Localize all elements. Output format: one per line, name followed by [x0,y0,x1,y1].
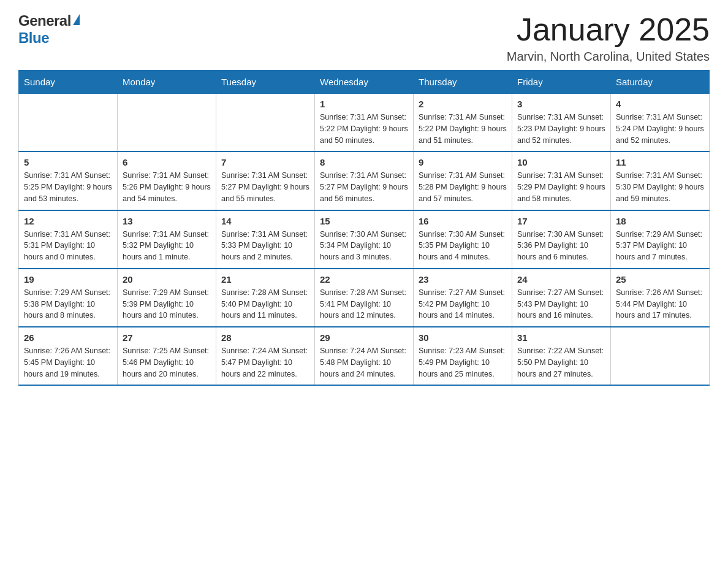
calendar-day-cell: 14Sunrise: 7:31 AM Sunset: 5:33 PM Dayli… [216,210,315,269]
day-number: 6 [123,157,211,167]
day-number: 17 [517,216,605,226]
day-of-week-header: Sunday [19,71,118,94]
day-info: Sunrise: 7:31 AM Sunset: 5:22 PM Dayligh… [419,112,507,146]
calendar-day-cell: 22Sunrise: 7:28 AM Sunset: 5:41 PM Dayli… [315,269,414,327]
day-info: Sunrise: 7:25 AM Sunset: 5:46 PM Dayligh… [123,345,211,380]
day-info: Sunrise: 7:31 AM Sunset: 5:24 PM Dayligh… [616,112,704,146]
calendar-day-cell: 21Sunrise: 7:28 AM Sunset: 5:40 PM Dayli… [216,269,315,327]
day-number: 26 [24,332,112,343]
day-info: Sunrise: 7:29 AM Sunset: 5:37 PM Dayligh… [616,229,704,263]
day-number: 14 [221,216,309,226]
calendar-day-cell: 24Sunrise: 7:27 AM Sunset: 5:43 PM Dayli… [512,269,611,327]
day-number: 8 [320,157,408,167]
day-of-week-header: Thursday [414,71,512,94]
page-header: General Blue January 2025 Marvin, North … [18,12,710,64]
calendar-day-cell: 13Sunrise: 7:31 AM Sunset: 5:32 PM Dayli… [118,210,216,269]
day-info: Sunrise: 7:31 AM Sunset: 5:32 PM Dayligh… [123,229,211,263]
calendar-table: SundayMondayTuesdayWednesdayThursdayFrid… [18,70,710,386]
day-of-week-header: Wednesday [315,71,414,94]
calendar-day-cell: 4Sunrise: 7:31 AM Sunset: 5:24 PM Daylig… [611,94,710,152]
day-number: 4 [616,99,704,109]
day-info: Sunrise: 7:27 AM Sunset: 5:42 PM Dayligh… [419,287,507,321]
day-number: 31 [517,332,605,343]
calendar-day-cell: 26Sunrise: 7:26 AM Sunset: 5:45 PM Dayli… [19,327,118,385]
day-info: Sunrise: 7:31 AM Sunset: 5:28 PM Dayligh… [419,170,507,204]
day-info: Sunrise: 7:29 AM Sunset: 5:39 PM Dayligh… [123,287,211,321]
day-info: Sunrise: 7:31 AM Sunset: 5:33 PM Dayligh… [221,229,309,263]
calendar-day-cell: 7Sunrise: 7:31 AM Sunset: 5:27 PM Daylig… [216,151,315,210]
calendar-day-cell: 11Sunrise: 7:31 AM Sunset: 5:30 PM Dayli… [611,151,710,210]
day-number: 22 [320,274,408,285]
day-info: Sunrise: 7:31 AM Sunset: 5:31 PM Dayligh… [24,229,112,263]
calendar-day-cell: 20Sunrise: 7:29 AM Sunset: 5:39 PM Dayli… [118,269,216,327]
day-info: Sunrise: 7:28 AM Sunset: 5:41 PM Dayligh… [320,287,408,321]
calendar-day-cell: 12Sunrise: 7:31 AM Sunset: 5:31 PM Dayli… [19,210,118,269]
calendar-day-cell [611,327,710,385]
day-info: Sunrise: 7:30 AM Sunset: 5:36 PM Dayligh… [517,229,605,263]
day-number: 11 [616,157,704,167]
calendar-day-cell: 23Sunrise: 7:27 AM Sunset: 5:42 PM Dayli… [414,269,512,327]
logo-blue-text: Blue [18,29,49,47]
calendar-day-cell: 6Sunrise: 7:31 AM Sunset: 5:26 PM Daylig… [118,151,216,210]
title-area: January 2025 Marvin, North Carolina, Uni… [507,12,710,64]
calendar-week-row: 26Sunrise: 7:26 AM Sunset: 5:45 PM Dayli… [19,327,710,385]
day-info: Sunrise: 7:26 AM Sunset: 5:45 PM Dayligh… [24,345,112,380]
day-number: 2 [419,99,507,109]
day-of-week-header: Friday [512,71,611,94]
day-number: 21 [221,274,309,285]
calendar-day-cell: 28Sunrise: 7:24 AM Sunset: 5:47 PM Dayli… [216,327,315,385]
calendar-day-cell: 8Sunrise: 7:31 AM Sunset: 5:27 PM Daylig… [315,151,414,210]
day-number: 18 [616,216,704,226]
calendar-day-cell: 15Sunrise: 7:30 AM Sunset: 5:34 PM Dayli… [315,210,414,269]
calendar-week-row: 12Sunrise: 7:31 AM Sunset: 5:31 PM Dayli… [19,210,710,269]
day-number: 28 [221,332,309,343]
calendar-day-cell: 2Sunrise: 7:31 AM Sunset: 5:22 PM Daylig… [414,94,512,152]
logo-general-text: General [18,12,71,29]
month-title: January 2025 [507,12,710,47]
day-of-week-header: Saturday [611,71,710,94]
day-info: Sunrise: 7:29 AM Sunset: 5:38 PM Dayligh… [24,287,112,321]
day-info: Sunrise: 7:31 AM Sunset: 5:22 PM Dayligh… [320,112,408,146]
day-number: 1 [320,99,408,109]
calendar-day-cell: 16Sunrise: 7:30 AM Sunset: 5:35 PM Dayli… [414,210,512,269]
calendar-week-row: 19Sunrise: 7:29 AM Sunset: 5:38 PM Dayli… [19,269,710,327]
day-info: Sunrise: 7:31 AM Sunset: 5:27 PM Dayligh… [320,170,408,204]
day-info: Sunrise: 7:31 AM Sunset: 5:25 PM Dayligh… [24,170,112,204]
calendar-day-cell: 1Sunrise: 7:31 AM Sunset: 5:22 PM Daylig… [315,94,414,152]
calendar-day-cell: 10Sunrise: 7:31 AM Sunset: 5:29 PM Dayli… [512,151,611,210]
calendar-day-cell: 25Sunrise: 7:26 AM Sunset: 5:44 PM Dayli… [611,269,710,327]
day-number: 13 [123,216,211,226]
day-of-week-header: Tuesday [216,71,315,94]
day-number: 25 [616,274,704,285]
day-info: Sunrise: 7:24 AM Sunset: 5:48 PM Dayligh… [320,345,408,380]
calendar-day-cell [216,94,315,152]
calendar-day-cell: 9Sunrise: 7:31 AM Sunset: 5:28 PM Daylig… [414,151,512,210]
days-of-week-row: SundayMondayTuesdayWednesdayThursdayFrid… [19,71,710,94]
calendar-header: SundayMondayTuesdayWednesdayThursdayFrid… [19,71,710,94]
day-number: 12 [24,216,112,226]
calendar-week-row: 1Sunrise: 7:31 AM Sunset: 5:22 PM Daylig… [19,94,710,152]
day-number: 30 [419,332,507,343]
calendar-day-cell: 31Sunrise: 7:22 AM Sunset: 5:50 PM Dayli… [512,327,611,385]
day-number: 7 [221,157,309,167]
day-info: Sunrise: 7:27 AM Sunset: 5:43 PM Dayligh… [517,287,605,321]
location-subtitle: Marvin, North Carolina, United States [507,50,710,64]
calendar-day-cell: 27Sunrise: 7:25 AM Sunset: 5:46 PM Dayli… [118,327,216,385]
day-number: 9 [419,157,507,167]
day-number: 23 [419,274,507,285]
day-number: 19 [24,274,112,285]
day-info: Sunrise: 7:23 AM Sunset: 5:49 PM Dayligh… [419,345,507,380]
day-info: Sunrise: 7:31 AM Sunset: 5:27 PM Dayligh… [221,170,309,204]
day-info: Sunrise: 7:22 AM Sunset: 5:50 PM Dayligh… [517,345,605,380]
calendar-day-cell: 30Sunrise: 7:23 AM Sunset: 5:49 PM Dayli… [414,327,512,385]
day-info: Sunrise: 7:28 AM Sunset: 5:40 PM Dayligh… [221,287,309,321]
day-info: Sunrise: 7:31 AM Sunset: 5:30 PM Dayligh… [616,170,704,204]
calendar-day-cell: 3Sunrise: 7:31 AM Sunset: 5:23 PM Daylig… [512,94,611,152]
calendar-week-row: 5Sunrise: 7:31 AM Sunset: 5:25 PM Daylig… [19,151,710,210]
day-number: 5 [24,157,112,167]
day-info: Sunrise: 7:30 AM Sunset: 5:34 PM Dayligh… [320,229,408,263]
calendar-day-cell: 18Sunrise: 7:29 AM Sunset: 5:37 PM Dayli… [611,210,710,269]
day-number: 3 [517,99,605,109]
day-info: Sunrise: 7:31 AM Sunset: 5:26 PM Dayligh… [123,170,211,204]
calendar-day-cell: 17Sunrise: 7:30 AM Sunset: 5:36 PM Dayli… [512,210,611,269]
